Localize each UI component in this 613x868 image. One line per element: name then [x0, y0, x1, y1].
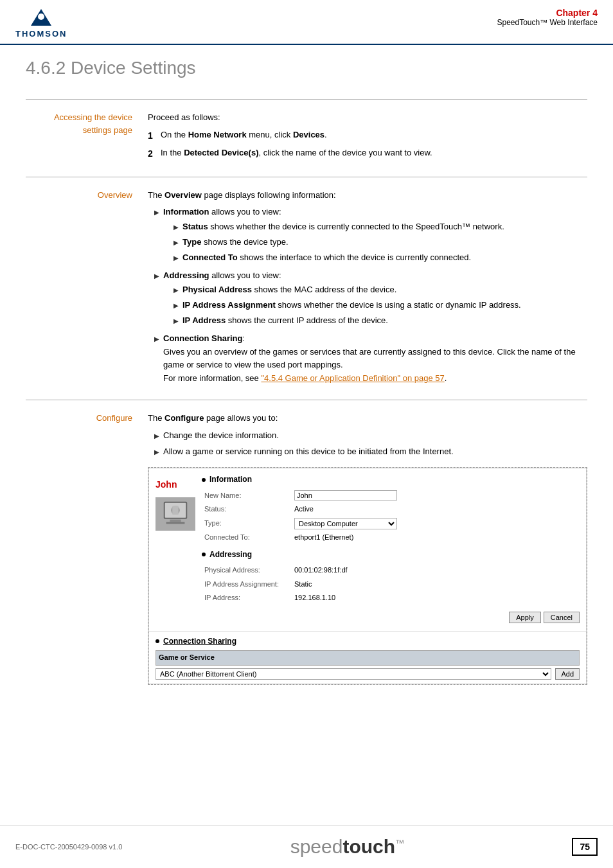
info-row-status: Status: Active — [202, 502, 580, 517]
step-text-2: In the Detected Device(s), click the nam… — [161, 146, 587, 161]
info-label-type: Type: — [202, 517, 292, 531]
add-button[interactable]: Add — [555, 668, 580, 680]
cs-link[interactable]: "4.5.4 Game or Application Definition" o… — [261, 373, 444, 383]
connected-text: Connected To shows the interface to whic… — [182, 251, 471, 265]
overview-label: Overview — [98, 190, 132, 200]
overview-item-information: ▶ Information allows you to view: ▶ Stat… — [148, 206, 587, 266]
bullet-dot-addr — [202, 553, 206, 556]
arrow-icon-status: ▶ — [173, 222, 179, 233]
section-label-accessing: Accessing the device settings page — [26, 111, 148, 165]
addr-form-table: Physical Address: 00:01:02:98:1f:df IP A… — [202, 563, 580, 605]
physical-text: Physical Address shows the MAC address o… — [182, 283, 396, 297]
info-value-type[interactable]: Desktop Computer — [292, 517, 580, 531]
info-section-title: Information — [202, 474, 580, 486]
overview-item-connection-sharing: ▶ Connection Sharing: Gives you an overv… — [148, 332, 587, 385]
arrow-icon-c2: ▶ — [154, 447, 159, 457]
sub-item-ip-assign: ▶ IP Address Assignment shows whether th… — [173, 299, 521, 312]
info-title-text: Information — [209, 474, 252, 486]
footer-brand: speedtouch™ — [290, 836, 404, 858]
cs-header-row: Game or Service — [156, 651, 580, 666]
arrow-icon-info: ▶ — [154, 208, 159, 218]
new-name-input[interactable] — [294, 490, 397, 500]
device-form-area: John — [149, 468, 586, 631]
info-form-table: New Name: Status: Active — [202, 489, 580, 545]
info-row-type: Type: Desktop Computer — [202, 517, 580, 531]
ip-assign-text: IP Address Assignment shows whether the … — [182, 299, 521, 312]
bullet-dot-cs — [155, 639, 159, 643]
brand-light: speed — [290, 836, 343, 857]
section-overview: Overview The Overview page displays foll… — [26, 177, 587, 400]
overview-addr-text: Addressing allows you to view: ▶ Physica… — [163, 269, 521, 330]
info-label-status: Status: — [202, 502, 292, 517]
configure-intro: The Configure page allows you to: — [148, 412, 587, 425]
section-content-overview: The Overview page displays following inf… — [148, 189, 587, 388]
info-label-connected: Connected To: — [202, 531, 292, 545]
chapter-subtitle: SpeedTouch™ Web Interface — [497, 18, 598, 27]
addr-label-assign: IP Address Assignment: — [202, 578, 292, 592]
arrow-icon-ip-assign: ▶ — [173, 301, 179, 311]
overview-info-sublist: ▶ Status shows whether the device is cur… — [173, 220, 504, 264]
brand-tm: ™ — [395, 838, 404, 848]
overview-intro: The Overview page displays following inf… — [148, 189, 587, 202]
apply-button[interactable]: Apply — [509, 612, 541, 623]
section-configure: Configure The Configure page allows you … — [26, 400, 587, 696]
configure-label: Configure — [96, 413, 132, 423]
section-content-configure: The Configure page allows you to: ▶ Chan… — [148, 412, 587, 685]
arrow-icon-cs: ▶ — [154, 334, 159, 344]
section-content-accessing: Proceed as follows: 1 On the Home Networ… — [148, 111, 587, 165]
configure-bullet-2: ▶ Allow a game or service running on thi… — [148, 445, 587, 459]
overview-list: ▶ Information allows you to view: ▶ Stat… — [148, 206, 587, 385]
page-title: 4.6.2 Device Settings — [26, 58, 587, 81]
page-header: THOMSON Chapter 4 SpeedTouch™ Web Interf… — [0, 0, 613, 45]
configure-bullet-2-text: Allow a game or service running on this … — [163, 445, 454, 459]
addr-section-title: Addressing — [202, 549, 580, 561]
cancel-button[interactable]: Cancel — [544, 612, 580, 623]
info-value-status: Active — [292, 502, 580, 517]
page-footer: E-DOC-CTC-20050429-0098 v1.0 speedtouch™… — [0, 825, 613, 868]
section-label-configure: Configure — [26, 412, 148, 685]
section-label-overview: Overview — [26, 189, 148, 388]
addr-title-text: Addressing — [209, 549, 252, 561]
screenshot-inner: John — [148, 468, 587, 684]
brand-bold: touch — [342, 836, 395, 857]
status-text: Status shows whether the device is curre… — [182, 220, 504, 234]
type-select[interactable]: Desktop Computer — [294, 518, 397, 529]
sub-item-physical: ▶ Physical Address shows the MAC address… — [173, 283, 521, 297]
bullet-dot-info — [202, 478, 206, 482]
sub-item-connected: ▶ Connected To shows the interface to wh… — [173, 251, 504, 265]
sub-item-type: ▶ Type shows the device type. — [173, 236, 504, 249]
section-accessing: Accessing the device settings page Proce… — [26, 99, 587, 177]
arrow-icon-physical: ▶ — [173, 285, 179, 296]
step-num-2: 2 — [148, 146, 161, 161]
game-service-select[interactable]: ABC (Another Bittorrent Client) — [155, 668, 551, 680]
configure-screenshot: John — [148, 467, 587, 684]
arrow-icon-addressing: ▶ — [154, 271, 159, 281]
page-number: 75 — [572, 838, 598, 856]
step-text-1: On the Home Network menu, click Devices. — [161, 128, 587, 143]
logo-text: THOMSON — [15, 29, 67, 39]
addr-label-physical: Physical Address: — [202, 563, 292, 578]
type-text: Type shows the device type. — [182, 236, 289, 249]
arrow-icon-ip-addr: ▶ — [173, 316, 179, 326]
cs-column-header: Game or Service — [156, 651, 580, 666]
header-chapter: Chapter 4 SpeedTouch™ Web Interface — [497, 8, 598, 27]
info-form-section: Information New Name: — [202, 474, 580, 545]
info-row-connected: Connected To: ethport1 (Ethernet) — [202, 531, 580, 545]
addr-label-ip: IP Address: — [202, 591, 292, 605]
info-value-name[interactable] — [292, 489, 580, 503]
form-area: Information New Name: — [202, 474, 580, 626]
device-name-heading: John — [155, 474, 177, 494]
overview-item-addressing: ▶ Addressing allows you to view: ▶ Physi… — [148, 269, 587, 330]
overview-info-text: Information allows you to view: ▶ Status… — [163, 206, 504, 266]
svg-rect-5 — [166, 522, 185, 524]
main-content: 4.6.2 Device Settings Accessing the devi… — [0, 45, 613, 735]
accessing-step-1: 1 On the Home Network menu, click Device… — [148, 128, 587, 143]
cs-title-text: Connection Sharing — [163, 635, 236, 648]
addr-row-physical: Physical Address: 00:01:02:98:1f:df — [202, 563, 580, 578]
arrow-icon-connected: ▶ — [173, 253, 179, 263]
doc-ref: E-DOC-CTC-20050429-0098 v1.0 — [15, 843, 122, 851]
cs-table: Game or Service — [155, 650, 580, 666]
sub-item-ip-addr: ▶ IP Address shows the current IP addres… — [173, 314, 521, 328]
addr-value-physical: 00:01:02:98:1f:df — [292, 563, 580, 578]
configure-bullet-1-text: Change the device information. — [163, 429, 279, 443]
